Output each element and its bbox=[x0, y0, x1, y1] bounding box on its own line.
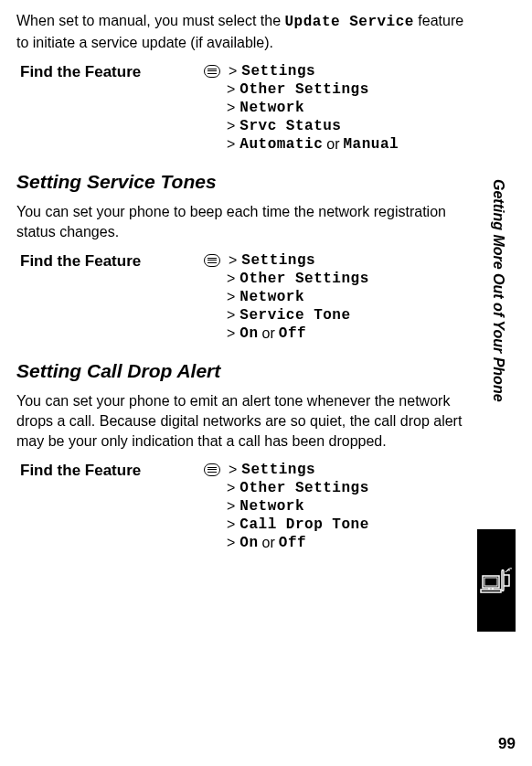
intro-text-before: When set to manual, you must select the bbox=[16, 13, 284, 28]
path-item: Settings bbox=[241, 63, 315, 80]
feature-label: Find the Feature bbox=[16, 462, 204, 553]
side-icon-box bbox=[477, 529, 516, 632]
path-line: > Network bbox=[204, 289, 464, 305]
feature-path-1: > Settings > Other Settings > Network > … bbox=[204, 63, 464, 154]
computer-phone-icon bbox=[480, 564, 513, 597]
path-line: > Network bbox=[204, 100, 464, 116]
page-number: 99 bbox=[498, 735, 516, 753]
path-item: Srvc Status bbox=[239, 118, 341, 134]
path-line: > Automatic or Manual bbox=[204, 136, 464, 153]
gt-separator: > bbox=[229, 462, 237, 478]
path-line: > On or Off bbox=[204, 535, 464, 551]
svg-rect-1 bbox=[484, 578, 497, 586]
gt-separator: > bbox=[229, 63, 237, 80]
path-or: or bbox=[262, 325, 275, 342]
path-item: Call Drop Tone bbox=[239, 516, 368, 533]
path-item: Network bbox=[239, 289, 304, 305]
path-item: Off bbox=[279, 535, 306, 551]
path-line: > Other Settings bbox=[204, 480, 464, 496]
gt-separator: > bbox=[227, 516, 235, 533]
path-item: Network bbox=[239, 498, 304, 515]
intro-mono: Update Service bbox=[284, 14, 413, 30]
path-item: Other Settings bbox=[239, 271, 368, 287]
gt-separator: > bbox=[227, 136, 235, 153]
gt-separator: > bbox=[227, 307, 235, 324]
menu-icon bbox=[204, 463, 220, 476]
gt-separator: > bbox=[227, 81, 235, 98]
gt-separator: > bbox=[227, 480, 235, 496]
path-line: > On or Off bbox=[204, 325, 464, 342]
path-line: > Other Settings bbox=[204, 81, 464, 98]
path-line: > Srvc Status bbox=[204, 118, 464, 134]
path-line: > Service Tone bbox=[204, 307, 464, 324]
path-item: On bbox=[239, 325, 258, 342]
feature-block-2: Find the Feature > Settings > Other Sett… bbox=[16, 252, 464, 344]
path-or: or bbox=[326, 136, 339, 153]
feature-block-1: Find the Feature > Settings > Other Sett… bbox=[16, 63, 464, 154]
path-item: Manual bbox=[344, 136, 399, 153]
section-heading-call-drop: Setting Call Drop Alert bbox=[16, 360, 464, 382]
section-body-service-tones: You can set your phone to beep each time… bbox=[16, 202, 464, 241]
feature-label: Find the Feature bbox=[16, 252, 204, 344]
gt-separator: > bbox=[227, 100, 235, 116]
path-line: > Settings bbox=[204, 462, 464, 478]
menu-icon bbox=[204, 254, 220, 267]
feature-block-3: Find the Feature > Settings > Other Sett… bbox=[16, 462, 464, 553]
section-heading-service-tones: Setting Service Tones bbox=[16, 171, 464, 193]
path-line: > Other Settings bbox=[204, 271, 464, 287]
path-item: Other Settings bbox=[239, 81, 368, 98]
path-item: Off bbox=[279, 325, 306, 342]
gt-separator: > bbox=[227, 535, 235, 551]
feature-path-2: > Settings > Other Settings > Network > … bbox=[204, 252, 464, 344]
intro-paragraph: When set to manual, you must select the … bbox=[16, 11, 464, 52]
path-item: Settings bbox=[241, 462, 315, 478]
path-item: Other Settings bbox=[239, 480, 368, 496]
gt-separator: > bbox=[227, 271, 235, 287]
section-body-call-drop: You can set your phone to emit an alert … bbox=[16, 391, 464, 451]
gt-separator: > bbox=[227, 325, 235, 342]
path-item: Service Tone bbox=[239, 307, 350, 324]
side-chapter-label: Getting More Out of Your Phone bbox=[488, 179, 506, 517]
path-item: Settings bbox=[241, 252, 315, 269]
gt-separator: > bbox=[227, 498, 235, 515]
path-line: > Call Drop Tone bbox=[204, 516, 464, 533]
path-line: > Network bbox=[204, 498, 464, 515]
side-tab: Getting More Out of Your Phone bbox=[477, 179, 516, 632]
path-line: > Settings bbox=[204, 63, 464, 80]
feature-path-3: > Settings > Other Settings > Network > … bbox=[204, 462, 464, 553]
gt-separator: > bbox=[227, 289, 235, 305]
menu-icon bbox=[204, 65, 220, 78]
path-line: > Settings bbox=[204, 252, 464, 269]
path-item: On bbox=[239, 535, 258, 551]
path-item: Network bbox=[239, 100, 304, 116]
feature-label: Find the Feature bbox=[16, 63, 204, 154]
svg-rect-2 bbox=[481, 590, 501, 592]
gt-separator: > bbox=[229, 252, 237, 269]
path-item: Automatic bbox=[239, 136, 323, 153]
path-or: or bbox=[262, 535, 275, 551]
gt-separator: > bbox=[227, 118, 235, 134]
